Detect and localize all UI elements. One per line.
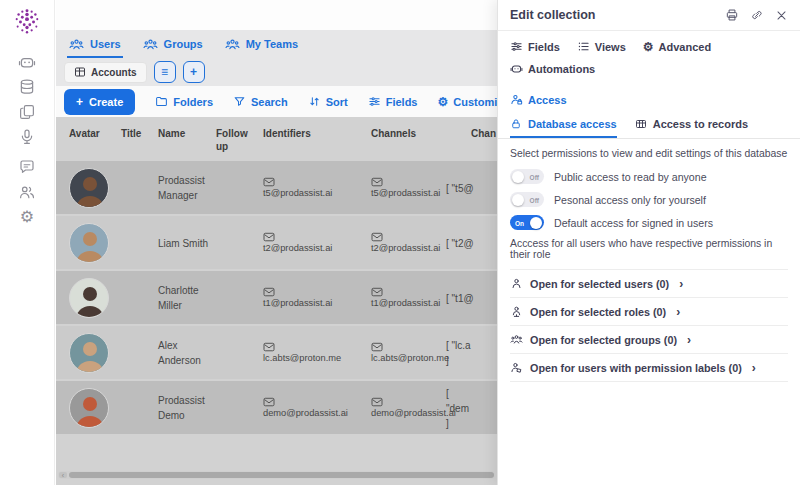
subtab-database-access[interactable]: Database access	[510, 110, 617, 138]
avatar-silhouette	[70, 224, 109, 263]
app-logo[interactable]	[13, 7, 41, 35]
table-row[interactable]: Liam Smith t2@prodassist.ai t2@prodassis…	[56, 216, 497, 269]
open-for-selected-roles-row[interactable]: Open for selected roles (0) ›	[510, 297, 788, 325]
customize-button[interactable]: ⚙ Customize	[438, 96, 498, 108]
panel-title: Edit collection	[510, 8, 595, 22]
create-button-label: Create	[89, 96, 123, 108]
create-button[interactable]: + Create	[64, 89, 135, 115]
table-row[interactable]: Prodassist Demo demo@prodassist.ai demo@…	[56, 381, 497, 434]
tab-my-teams[interactable]: My Teams	[225, 30, 298, 58]
subtab-access-to-records[interactable]: Access to records	[635, 110, 748, 138]
email-icon	[371, 397, 383, 407]
email-icon	[263, 397, 275, 407]
horizontal-scrollbar[interactable]: ‹	[58, 471, 495, 479]
customize-label: Customize	[453, 96, 497, 108]
edit-collection-panel: Edit collection	[497, 0, 800, 485]
access-row-label: Open for users with permission labels (0…	[530, 362, 742, 374]
toggle-switch[interactable]: Off	[510, 192, 544, 207]
chat-icon[interactable]	[0, 154, 55, 179]
toggle-switch[interactable]: Off	[510, 169, 544, 184]
print-icon[interactable]	[725, 8, 739, 22]
cell-identifiers: lc.abts@proton.me	[263, 340, 367, 366]
users-icon[interactable]	[0, 179, 55, 204]
microphone-icon[interactable]	[0, 124, 55, 149]
toggle-switch[interactable]: On	[510, 215, 544, 230]
group-icon	[510, 333, 523, 346]
sort-label: Sort	[326, 96, 348, 108]
person-role-icon	[510, 305, 523, 318]
table-row[interactable]: Prodassist Manager t5@prodassist.ai t5@p…	[56, 161, 497, 214]
table-row[interactable]: Alex Anderson lc.abts@proton.me lc.abts@…	[56, 326, 497, 379]
avatar	[69, 333, 109, 373]
sidebar-nav: ⚙	[0, 49, 55, 229]
person-icon	[510, 277, 523, 290]
sort-button[interactable]: Sort	[308, 95, 348, 108]
avatar-silhouette	[70, 169, 109, 208]
table-row[interactable]: Charlotte Miller t1@prodassist.ai t1@pro…	[56, 271, 497, 324]
robot-icon	[510, 62, 523, 75]
email-icon	[263, 232, 275, 242]
tab-users[interactable]: Users	[69, 30, 121, 58]
sort-arrows-icon	[308, 95, 321, 108]
cell-channel-addresses: [ "t1@	[446, 290, 496, 305]
column-header-name: Name	[158, 127, 214, 140]
tab-groups-label: Groups	[164, 38, 203, 50]
email-icon	[371, 342, 383, 352]
view-menu-button[interactable]: ≡	[154, 61, 176, 83]
cell-identifiers: t1@prodassist.ai	[263, 285, 367, 311]
group-icon	[69, 37, 84, 52]
cell-name: Prodassist Manager	[158, 173, 214, 203]
scrollbar-thumb[interactable]	[69, 472, 494, 478]
panel-tab-views[interactable]: Views	[577, 40, 626, 53]
cell-identifiers: demo@prodassist.ai	[263, 395, 367, 421]
tab-groups[interactable]: Groups	[143, 30, 203, 58]
cell-channel-addresses: [ "t5@	[446, 180, 496, 195]
access-row-label: Open for selected roles (0)	[530, 306, 666, 318]
folders-button[interactable]: Folders	[155, 95, 213, 108]
top-strip	[56, 0, 497, 30]
chevron-right-icon: ›	[676, 306, 680, 318]
bot-icon[interactable]	[0, 49, 55, 74]
open-for-selected-groups-row[interactable]: Open for selected groups (0) ›	[510, 325, 788, 353]
toggle-label: Pesonal access only for yourself	[554, 194, 706, 206]
email-icon	[263, 342, 275, 352]
scroll-left-arrow[interactable]: ‹	[59, 472, 67, 478]
cell-name: Alex Anderson	[158, 338, 214, 368]
search-button[interactable]: Search	[233, 95, 288, 108]
open-for-permission-labels-row[interactable]: Open for users with permission labels (0…	[510, 353, 788, 382]
close-icon[interactable]	[775, 9, 788, 22]
toggle-default-access[interactable]: On Default access for signed in users	[510, 215, 788, 230]
users-table: Avatar Title Name Follow up Identifiers …	[56, 117, 497, 485]
panel-tabs: Fields Views ⚙ Advanced	[498, 31, 800, 106]
panel-tab-automations[interactable]: Automations	[510, 62, 595, 75]
chevron-right-icon: ›	[752, 362, 756, 374]
avatar-silhouette	[70, 389, 109, 428]
panel-tab-fields[interactable]: Fields	[510, 40, 560, 53]
copy-icon[interactable]	[0, 99, 55, 124]
avatar	[69, 168, 109, 208]
plus-icon: +	[190, 66, 197, 78]
access-subtabs: Database access Access to records	[498, 110, 800, 139]
panel-tab-access-label: Access	[528, 94, 567, 106]
add-view-button[interactable]: +	[183, 61, 205, 83]
search-label: Search	[251, 96, 288, 108]
fields-button[interactable]: Fields	[368, 95, 418, 108]
toggle-personal-access[interactable]: Off Pesonal access only for yourself	[510, 192, 788, 207]
cell-name: Liam Smith	[158, 235, 214, 250]
avatar	[69, 278, 109, 318]
records-grid-icon	[635, 118, 647, 130]
email-icon	[371, 177, 383, 187]
toggle-public-access[interactable]: Off Public access to read by anyone	[510, 169, 788, 184]
panel-tab-advanced[interactable]: ⚙ Advanced	[643, 40, 711, 53]
panel-tab-access[interactable]: Access	[510, 93, 567, 106]
settings-gear-icon[interactable]: ⚙	[0, 204, 55, 229]
avatar	[69, 223, 109, 263]
link-icon[interactable]	[750, 8, 764, 22]
open-for-selected-users-row[interactable]: Open for selected users (0) ›	[510, 269, 788, 297]
accounts-view-chip[interactable]: Accounts	[64, 62, 147, 83]
cell-identifiers: t2@prodassist.ai	[263, 230, 367, 256]
database-icon[interactable]	[0, 74, 55, 99]
filter-funnel-icon	[233, 95, 246, 108]
view-bar: Accounts ≡ +	[56, 58, 497, 86]
cell-name: Charlotte Miller	[158, 283, 214, 313]
